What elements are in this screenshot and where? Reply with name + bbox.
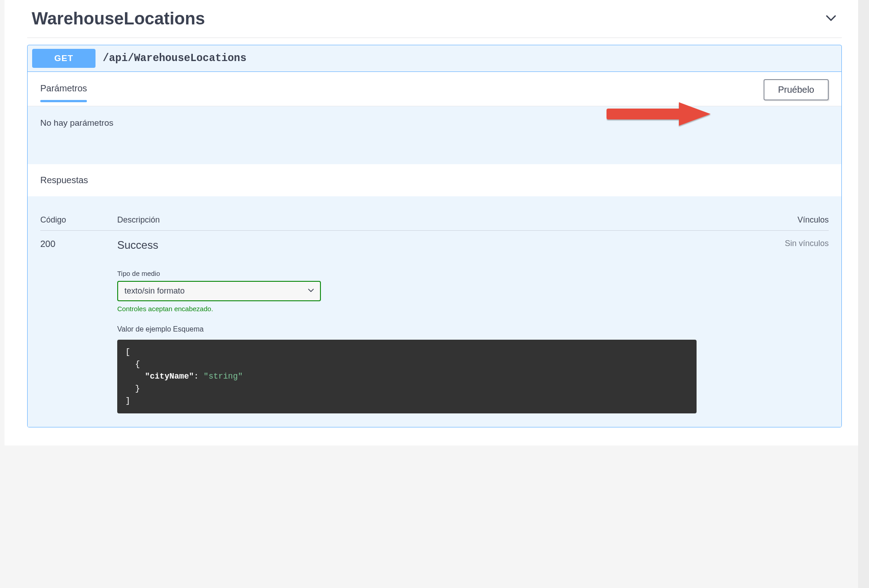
example-value-label: Valor de ejemplo Esquema [117, 325, 747, 333]
json-key: "cityName" [145, 372, 194, 381]
section-title: WarehouseLocations [32, 9, 205, 28]
chevron-down-icon [825, 12, 837, 26]
operation-path: /api/WarehouseLocations [103, 52, 246, 64]
operation-summary[interactable]: GET /api/WarehouseLocations [28, 45, 841, 72]
accept-header-note: Controles aceptan encabezado. [117, 305, 747, 313]
try-it-button[interactable]: Pruébelo [764, 79, 829, 100]
responses-table-head: Código Descripción Vínculos [40, 210, 829, 231]
media-type-label: Tipo de medio [117, 270, 747, 277]
media-type-select[interactable]: texto/sin formato [117, 281, 321, 301]
section-header[interactable]: WarehouseLocations [27, 0, 842, 38]
response-row: 200 Success Tipo de medio texto/sin form… [40, 231, 829, 413]
tab-parameters[interactable]: Parámetros [40, 83, 87, 102]
responses-heading: Respuestas [28, 164, 841, 196]
col-code: Código [40, 215, 117, 225]
media-select-wrap: texto/sin formato [117, 281, 321, 301]
response-description: Success Tipo de medio texto/sin formato … [117, 239, 747, 413]
example-code-block: [ { "cityName": "string" } ] [117, 340, 697, 413]
http-method-badge: GET [32, 49, 95, 68]
response-code: 200 [40, 239, 117, 413]
col-description: Descripción [117, 215, 747, 225]
col-links: Vínculos [747, 215, 829, 225]
json-value: "string" [204, 372, 243, 381]
no-parameters-message: No hay parámetros [28, 106, 841, 164]
parameters-tab-row: Parámetros Pruébelo [28, 72, 841, 106]
response-links: Sin vínculos [747, 239, 829, 413]
operation-block: GET /api/WarehouseLocations Parámetros P… [27, 45, 842, 427]
response-description-title: Success [117, 239, 747, 251]
scrollbar-track[interactable] [858, 0, 869, 588]
